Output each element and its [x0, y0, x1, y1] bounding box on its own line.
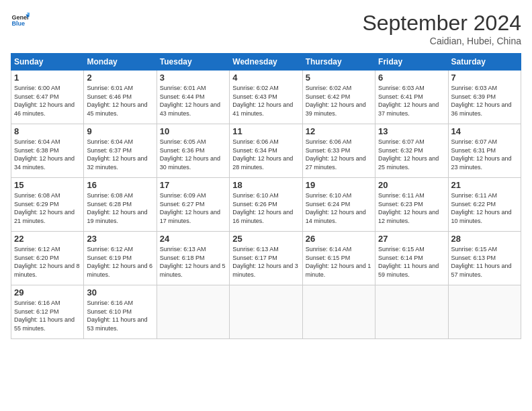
- month-title: September 2024: [362, 11, 521, 36]
- table-row: 25Sunrise: 6:13 AMSunset: 6:17 PMDayligh…: [230, 232, 302, 285]
- table-row: 30Sunrise: 6:16 AMSunset: 6:10 PMDayligh…: [84, 285, 157, 339]
- table-row: 17Sunrise: 6:09 AMSunset: 6:27 PMDayligh…: [157, 178, 229, 232]
- table-row: 7Sunrise: 6:03 AMSunset: 6:39 PMDaylight…: [448, 71, 521, 124]
- table-row: 26Sunrise: 6:14 AMSunset: 6:15 PMDayligh…: [302, 232, 375, 285]
- table-row: 27Sunrise: 6:15 AMSunset: 6:14 PMDayligh…: [375, 232, 448, 285]
- table-row: 12Sunrise: 6:06 AMSunset: 6:33 PMDayligh…: [302, 124, 375, 178]
- col-tuesday: Tuesday: [157, 54, 229, 71]
- table-row: [448, 285, 521, 339]
- table-row: [302, 285, 375, 339]
- table-row: 2Sunrise: 6:01 AMSunset: 6:46 PMDaylight…: [84, 71, 157, 124]
- col-saturday: Saturday: [448, 54, 521, 71]
- table-row: 3Sunrise: 6:01 AMSunset: 6:44 PMDaylight…: [157, 71, 229, 124]
- calendar-row: 15Sunrise: 6:08 AMSunset: 6:29 PMDayligh…: [11, 178, 521, 232]
- col-sunday: Sunday: [11, 54, 84, 71]
- col-monday: Monday: [84, 54, 157, 71]
- table-row: 5Sunrise: 6:02 AMSunset: 6:42 PMDaylight…: [302, 71, 375, 124]
- table-row: 6Sunrise: 6:03 AMSunset: 6:41 PMDaylight…: [375, 71, 448, 124]
- table-row: 20Sunrise: 6:11 AMSunset: 6:23 PMDayligh…: [375, 178, 448, 232]
- table-row: 9Sunrise: 6:04 AMSunset: 6:37 PMDaylight…: [84, 124, 157, 178]
- table-row: 10Sunrise: 6:05 AMSunset: 6:36 PMDayligh…: [157, 124, 229, 178]
- table-row: [230, 285, 302, 339]
- table-row: 15Sunrise: 6:08 AMSunset: 6:29 PMDayligh…: [11, 178, 84, 232]
- table-row: 21Sunrise: 6:11 AMSunset: 6:22 PMDayligh…: [448, 178, 521, 232]
- table-row: 23Sunrise: 6:12 AMSunset: 6:19 PMDayligh…: [84, 232, 157, 285]
- table-row: 19Sunrise: 6:10 AMSunset: 6:24 PMDayligh…: [302, 178, 375, 232]
- calendar: Sunday Monday Tuesday Wednesday Thursday…: [11, 53, 521, 339]
- table-row: 8Sunrise: 6:04 AMSunset: 6:38 PMDaylight…: [11, 124, 84, 178]
- col-thursday: Thursday: [302, 54, 375, 71]
- col-wednesday: Wednesday: [230, 54, 302, 71]
- calendar-row: 29Sunrise: 6:16 AMSunset: 6:12 PMDayligh…: [11, 285, 521, 339]
- table-row: [375, 285, 448, 339]
- table-row: 28Sunrise: 6:15 AMSunset: 6:13 PMDayligh…: [448, 232, 521, 285]
- table-row: 24Sunrise: 6:13 AMSunset: 6:18 PMDayligh…: [157, 232, 229, 285]
- calendar-row: 8Sunrise: 6:04 AMSunset: 6:38 PMDaylight…: [11, 124, 521, 178]
- title-block: September 2024 Caidian, Hubei, China: [362, 11, 521, 46]
- table-row: 29Sunrise: 6:16 AMSunset: 6:12 PMDayligh…: [11, 285, 84, 339]
- table-row: 13Sunrise: 6:07 AMSunset: 6:32 PMDayligh…: [375, 124, 448, 178]
- subtitle: Caidian, Hubei, China: [362, 36, 521, 46]
- svg-text:Blue: Blue: [11, 20, 25, 27]
- table-row: 1Sunrise: 6:00 AMSunset: 6:47 PMDaylight…: [11, 71, 84, 124]
- table-row: 14Sunrise: 6:07 AMSunset: 6:31 PMDayligh…: [448, 124, 521, 178]
- header: General Blue September 2024 Caidian, Hub…: [11, 11, 521, 46]
- table-row: 11Sunrise: 6:06 AMSunset: 6:34 PMDayligh…: [230, 124, 302, 178]
- calendar-row: 1Sunrise: 6:00 AMSunset: 6:47 PMDaylight…: [11, 71, 521, 124]
- table-row: 18Sunrise: 6:10 AMSunset: 6:26 PMDayligh…: [230, 178, 302, 232]
- logo-icon: General Blue: [11, 11, 30, 30]
- table-row: 22Sunrise: 6:12 AMSunset: 6:20 PMDayligh…: [11, 232, 84, 285]
- table-row: 16Sunrise: 6:08 AMSunset: 6:28 PMDayligh…: [84, 178, 157, 232]
- calendar-row: 22Sunrise: 6:12 AMSunset: 6:20 PMDayligh…: [11, 232, 521, 285]
- calendar-header-row: Sunday Monday Tuesday Wednesday Thursday…: [11, 54, 521, 71]
- table-row: [157, 285, 229, 339]
- logo: General Blue: [11, 11, 30, 30]
- table-row: 4Sunrise: 6:02 AMSunset: 6:43 PMDaylight…: [230, 71, 302, 124]
- col-friday: Friday: [375, 54, 448, 71]
- page: General Blue September 2024 Caidian, Hub…: [0, 0, 532, 411]
